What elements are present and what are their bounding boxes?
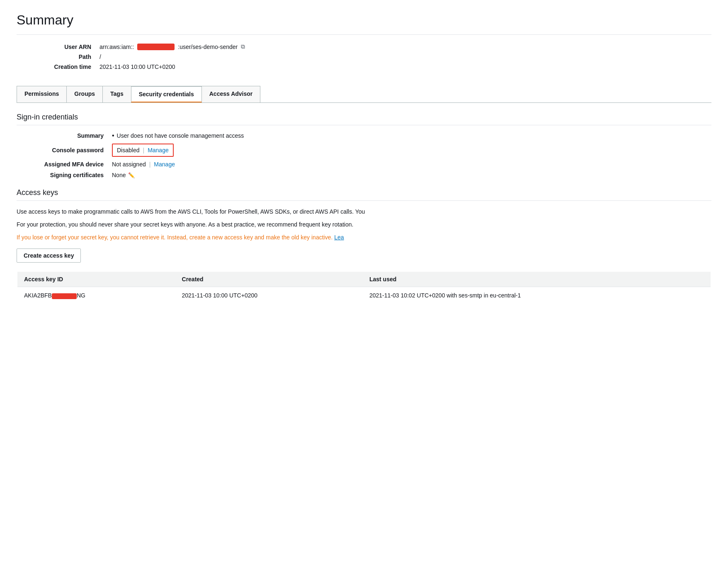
summary-section: User ARN arn:aws:iam:::user/ses-demo-sen… xyxy=(17,43,711,73)
tab-groups[interactable]: Groups xyxy=(66,86,103,102)
signing-certs-value: None ✏️ xyxy=(112,172,135,178)
summary-bullet-text: User does not have console management ac… xyxy=(112,132,244,139)
access-keys-description: Use access keys to make programmatic cal… xyxy=(17,207,711,216)
mfa-separator: | xyxy=(149,161,151,168)
mfa-device-row: Assigned MFA device Not assigned | Manag… xyxy=(17,161,711,168)
mfa-device-label: Assigned MFA device xyxy=(17,161,112,168)
summary-creds-value: User does not have console management ac… xyxy=(112,132,244,139)
console-password-label: Console password xyxy=(17,147,112,153)
signing-certs-text: None xyxy=(112,172,126,178)
copy-arn-icon[interactable]: ⧉ xyxy=(241,43,245,50)
creation-time-row: Creation time 2021-11-03 10:00 UTC+0200 xyxy=(17,63,711,70)
col-header-created: Created xyxy=(175,271,363,287)
console-password-separator: | xyxy=(143,147,144,153)
summary-creds-label: Summary xyxy=(17,132,112,139)
mfa-status: Not assigned xyxy=(112,161,146,168)
console-password-manage-link[interactable]: Manage xyxy=(148,147,169,153)
signing-certs-edit-icon[interactable]: ✏️ xyxy=(128,172,135,178)
user-arn-row: User ARN arn:aws:iam:::user/ses-demo-sen… xyxy=(17,43,711,50)
console-password-value: Disabled | Manage xyxy=(112,144,174,157)
page-title: Summary xyxy=(17,12,711,35)
arn-suffix: :user/ses-demo-sender xyxy=(178,44,238,50)
sign-in-credentials-title: Sign-in credentials xyxy=(17,113,711,125)
mfa-device-value: Not assigned | Manage xyxy=(112,161,175,168)
learn-more-link[interactable]: Lea xyxy=(334,234,344,241)
warning-text-content: If you lose or forget your secret key, y… xyxy=(17,234,332,241)
access-keys-title: Access keys xyxy=(17,188,711,201)
access-keys-warning: If you lose or forget your secret key, y… xyxy=(17,233,711,242)
creation-time-label: Creation time xyxy=(17,63,99,70)
user-arn-label: User ARN xyxy=(17,44,99,50)
key-id-prefix: AKIA2BFB xyxy=(24,292,52,299)
access-keys-protection-note: For your protection, you should never sh… xyxy=(17,220,711,229)
path-value: / xyxy=(99,54,101,60)
credentials-table: Summary User does not have console manag… xyxy=(17,132,711,178)
tab-access-advisor[interactable]: Access Advisor xyxy=(201,86,261,102)
key-id-redacted xyxy=(52,293,77,299)
tab-permissions[interactable]: Permissions xyxy=(17,86,67,102)
path-row: Path / xyxy=(17,54,711,60)
access-key-table: Access key ID Created Last used AKIA2BFB… xyxy=(17,271,711,305)
signing-certs-label: Signing certificates xyxy=(17,172,112,178)
table-row: AKIA2BFBNG 2021-11-03 10:00 UTC+0200 202… xyxy=(17,287,711,305)
create-access-key-button[interactable]: Create access key xyxy=(17,249,81,263)
key-id-suffix: NG xyxy=(77,292,85,299)
path-label: Path xyxy=(17,54,99,60)
creation-time-value: 2021-11-03 10:00 UTC+0200 xyxy=(99,63,175,70)
tabs-bar: Permissions Groups Tags Security credent… xyxy=(17,86,711,103)
arn-prefix: arn:aws:iam:: xyxy=(99,44,134,50)
user-arn-value: arn:aws:iam:::user/ses-demo-sender ⧉ xyxy=(99,43,245,50)
console-password-status: Disabled xyxy=(117,147,139,153)
table-header-row: Access key ID Created Last used xyxy=(17,271,711,287)
tab-security-credentials[interactable]: Security credentials xyxy=(131,86,202,102)
signing-certs-row: Signing certificates None ✏️ xyxy=(17,172,711,178)
mfa-manage-link[interactable]: Manage xyxy=(154,161,175,168)
col-header-key-id: Access key ID xyxy=(17,271,175,287)
access-keys-section: Access keys Use access keys to make prog… xyxy=(17,188,711,305)
tab-tags[interactable]: Tags xyxy=(102,86,131,102)
summary-creds-row: Summary User does not have console manag… xyxy=(17,132,711,139)
sign-in-credentials-section: Sign-in credentials Summary User does no… xyxy=(17,113,711,178)
key-created-cell: 2021-11-03 10:00 UTC+0200 xyxy=(175,287,363,305)
console-password-row: Console password Disabled | Manage xyxy=(17,144,711,157)
col-header-last-used: Last used xyxy=(363,271,711,287)
key-last-used-cell: 2021-11-03 10:02 UTC+0200 with ses-smtp … xyxy=(363,287,711,305)
key-id-cell: AKIA2BFBNG xyxy=(17,287,175,305)
console-password-highlight: Disabled | Manage xyxy=(112,144,174,157)
arn-redacted xyxy=(137,43,175,50)
